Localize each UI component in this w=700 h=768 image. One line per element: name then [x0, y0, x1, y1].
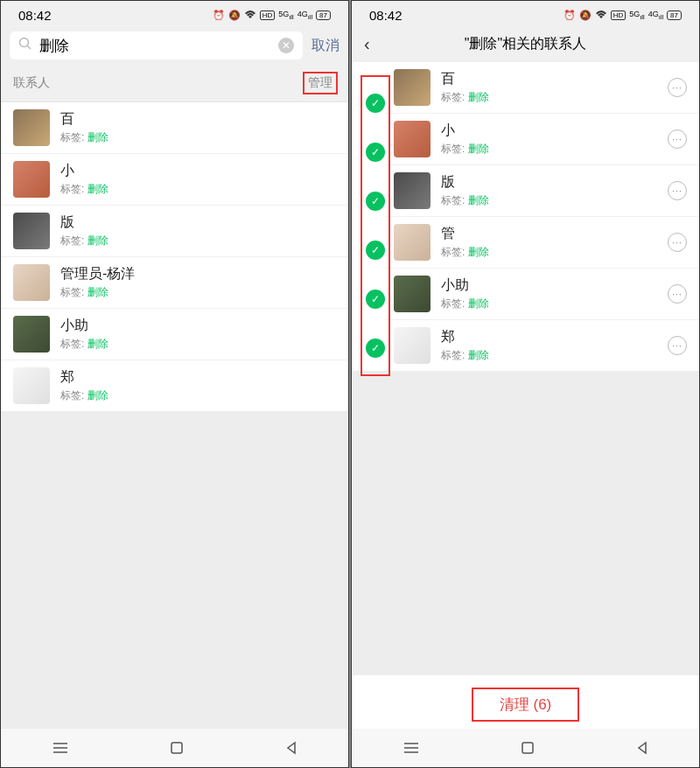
- clear-icon[interactable]: ✕: [278, 38, 294, 53]
- contact-info: 百 标签: 删除: [441, 70, 657, 105]
- phone-screen-left: 08:42 ⏰ 🔕 HD 5Gıll 4Gıll 87 ✕ 取消 联系人 管理: [0, 0, 349, 768]
- checkbox-selected[interactable]: ✓: [366, 290, 385, 309]
- avatar: [13, 213, 50, 249]
- more-button[interactable]: ···: [668, 181, 687, 200]
- contact-name: 小: [441, 122, 657, 140]
- contact-row[interactable]: 管理员-杨洋 标签: 删除: [1, 257, 348, 309]
- battery-icon: 87: [667, 10, 682, 20]
- contact-name: 版: [441, 173, 657, 192]
- contact-tag: 标签: 删除: [441, 297, 657, 311]
- cancel-button[interactable]: 取消: [312, 37, 340, 55]
- contact-row[interactable]: 小 标签: 删除 ···: [385, 114, 699, 165]
- search-box[interactable]: ✕: [10, 31, 303, 59]
- contact-tag: 标签: 删除: [60, 337, 336, 352]
- avatar: [394, 224, 430, 261]
- checkbox-selected[interactable]: ✓: [366, 241, 385, 260]
- contact-row[interactable]: 版 标签: 删除: [1, 206, 348, 257]
- contact-row[interactable]: 百 标签: 删除 ···: [385, 62, 699, 114]
- home-icon[interactable]: [521, 741, 535, 758]
- contact-row[interactable]: 版 标签: 删除 ···: [385, 165, 699, 217]
- contact-row[interactable]: 百 标签: 删除: [1, 102, 348, 154]
- contact-row[interactable]: 小助 标签: 删除 ···: [385, 269, 699, 320]
- signal-4g-icon: 4Gıll: [648, 10, 663, 21]
- contact-name: 小助: [441, 276, 657, 295]
- signal-5g-icon: 5Gıll: [278, 10, 293, 21]
- checkbox-selected[interactable]: ✓: [366, 143, 385, 162]
- select-column: ✓ ✓ ✓ ✓ ✓ ✓: [360, 75, 390, 376]
- more-button[interactable]: ···: [668, 284, 687, 304]
- wifi-icon: [244, 10, 256, 22]
- avatar: [13, 367, 50, 404]
- empty-area: [1, 411, 348, 729]
- contact-row[interactable]: 小助 标签: 删除: [1, 309, 348, 360]
- dnd-icon: 🔕: [579, 10, 592, 21]
- section-header: 联系人 管理: [1, 65, 348, 102]
- dnd-icon: 🔕: [228, 10, 241, 21]
- avatar: [13, 109, 50, 146]
- alarm-icon: ⏰: [564, 10, 576, 21]
- contact-name: 管理员-杨洋: [60, 265, 336, 283]
- avatar: [394, 69, 430, 106]
- wifi-icon: [595, 10, 607, 22]
- clean-button[interactable]: 清理 (6): [472, 688, 580, 722]
- hd-icon: HD: [260, 10, 276, 20]
- back-icon[interactable]: [635, 741, 649, 758]
- avatar: [13, 264, 50, 301]
- nav-bar: [1, 729, 348, 767]
- more-button[interactable]: ···: [668, 129, 687, 149]
- avatar: [13, 161, 50, 198]
- contact-row[interactable]: 郑 标签: 删除 ···: [385, 320, 699, 371]
- checkbox-selected[interactable]: ✓: [366, 339, 385, 358]
- svg-rect-5: [172, 743, 182, 753]
- status-icons: ⏰ 🔕 HD 5Gıll 4Gıll 87: [213, 10, 331, 22]
- contact-tag: 标签: 删除: [60, 388, 336, 403]
- more-button[interactable]: ···: [668, 78, 687, 97]
- contact-tag: 标签: 删除: [441, 193, 657, 208]
- checkbox-selected[interactable]: ✓: [366, 94, 385, 113]
- checkbox-selected[interactable]: ✓: [366, 192, 385, 211]
- avatar: [394, 276, 430, 312]
- avatar: [394, 172, 430, 209]
- signal-4g-icon: 4Gıll: [298, 10, 312, 21]
- manage-button[interactable]: 管理: [303, 72, 338, 94]
- back-arrow-icon[interactable]: ‹: [364, 34, 370, 54]
- contact-info: 小 标签: 删除: [441, 122, 657, 157]
- contact-row[interactable]: 小 标签: 删除: [1, 154, 348, 206]
- contact-name: 版: [60, 213, 336, 232]
- search-icon: [18, 37, 32, 54]
- battery-icon: 87: [316, 10, 331, 20]
- contact-row[interactable]: 郑 标签: 删除: [1, 360, 348, 411]
- status-time: 08:42: [369, 8, 402, 23]
- contact-name: 郑: [60, 368, 336, 387]
- contact-tag: 标签: 删除: [441, 90, 657, 105]
- more-button[interactable]: ···: [668, 336, 687, 355]
- contact-tag: 标签: 删除: [441, 142, 657, 157]
- signal-5g-icon: 5Gıll: [629, 10, 644, 21]
- status-icons: ⏰ 🔕 HD 5Gıll 4Gıll 87: [564, 10, 682, 22]
- contact-tag: 标签: 删除: [441, 245, 657, 260]
- contact-name: 管: [441, 225, 657, 243]
- contact-info: 小助 标签: 删除: [60, 317, 336, 352]
- back-icon[interactable]: [284, 741, 298, 758]
- contact-tag: 标签: 删除: [60, 234, 336, 248]
- menu-icon[interactable]: [52, 741, 69, 758]
- contact-row[interactable]: 管 标签: 删除 ···: [385, 217, 699, 269]
- contact-info: 管 标签: 删除: [441, 225, 657, 260]
- search-input[interactable]: [39, 37, 271, 54]
- status-bar: 08:42 ⏰ 🔕 HD 5Gıll 4Gıll 87: [1, 1, 348, 26]
- menu-icon[interactable]: [402, 741, 420, 758]
- hd-icon: HD: [611, 10, 626, 20]
- avatar: [394, 121, 430, 157]
- avatar: [394, 327, 430, 364]
- empty-area: [352, 371, 699, 674]
- status-bar: 08:42 ⏰ 🔕 HD 5Gıll 4Gıll 87: [352, 1, 699, 26]
- contact-info: 郑 标签: 删除: [60, 368, 336, 403]
- svg-line-1: [28, 46, 32, 50]
- home-icon[interactable]: [170, 741, 184, 758]
- contact-name: 郑: [441, 328, 657, 346]
- bottom-action-bar: 清理 (6): [352, 674, 699, 729]
- more-button[interactable]: ···: [668, 233, 687, 252]
- contact-name: 百: [441, 70, 657, 88]
- page-title: "删除"相关的联系人: [364, 35, 687, 53]
- svg-point-0: [20, 38, 29, 47]
